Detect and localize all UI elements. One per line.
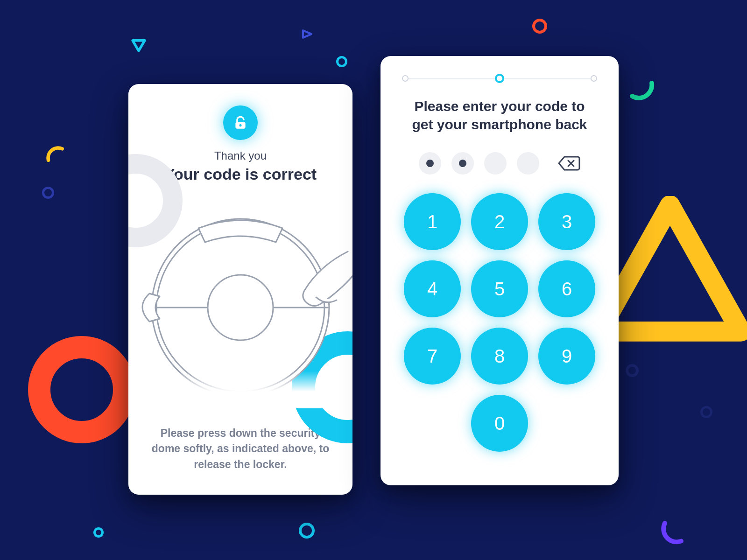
- step-dot-1: [402, 75, 409, 82]
- card-success: Thank you Your code is correct: [128, 84, 352, 495]
- key-2[interactable]: 2: [471, 193, 528, 250]
- svg-point-4: [208, 275, 273, 340]
- key-9[interactable]: 9: [538, 328, 595, 385]
- pin-display: [419, 152, 580, 175]
- pin-slot-3: [484, 152, 507, 175]
- step-dot-2: [495, 74, 504, 83]
- key-8[interactable]: 8: [471, 328, 528, 385]
- unlock-icon: [223, 105, 258, 140]
- dome-illustration: [128, 193, 352, 408]
- keypad-grid: 1 2 3 4 5 6 7 8 9 0: [404, 193, 595, 452]
- key-5[interactable]: 5: [471, 260, 528, 317]
- key-0[interactable]: 0: [471, 395, 528, 452]
- key-4[interactable]: 4: [404, 260, 461, 317]
- svg-point-1: [239, 124, 241, 126]
- pin-slot-1: [419, 152, 441, 175]
- thank-you-label: Thank you: [214, 149, 267, 162]
- key-7[interactable]: 7: [404, 328, 461, 385]
- pin-slot-2: [451, 152, 474, 175]
- stage: Thank you Your code is correct: [0, 0, 747, 560]
- step-dot-3: [591, 75, 597, 82]
- key-1[interactable]: 1: [404, 193, 461, 250]
- step-indicator: [402, 74, 597, 83]
- pin-slot-4: [517, 152, 539, 175]
- card-keypad: Please enter your code to get your smart…: [381, 56, 619, 485]
- keypad-title: Please enter your code to get your smart…: [381, 97, 619, 133]
- backspace-button[interactable]: [558, 155, 580, 172]
- success-headline: Your code is correct: [164, 165, 317, 183]
- key-3[interactable]: 3: [538, 193, 595, 250]
- key-6[interactable]: 6: [538, 260, 595, 317]
